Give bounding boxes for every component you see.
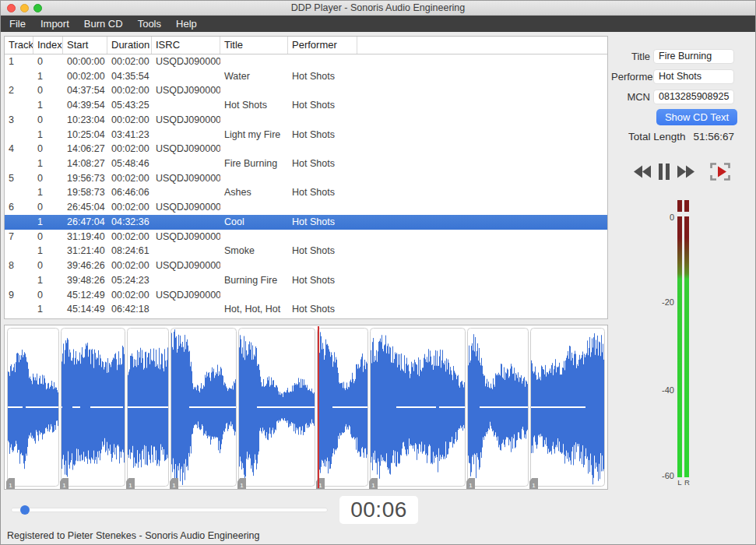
cell-start: 04:37:54 bbox=[63, 83, 107, 98]
table-row[interactable]: 131:21:4008:24:61SmokeHot Shots bbox=[5, 244, 607, 258]
column-header-start[interactable]: Start bbox=[63, 37, 107, 54]
fast-forward-button[interactable] bbox=[677, 165, 694, 178]
cell-track: 7 bbox=[5, 230, 33, 244]
column-header-track[interactable]: Track bbox=[5, 37, 33, 54]
menu-item-burn-cd[interactable]: Burn CD bbox=[84, 16, 123, 32]
cell-performer bbox=[288, 288, 357, 303]
menu-item-help[interactable]: Help bbox=[176, 16, 197, 32]
cell-isrc: USQDJ0900003 bbox=[152, 113, 220, 128]
column-header-performer[interactable]: Performer bbox=[288, 37, 357, 54]
table-row[interactable]: 100:02:0004:35:54WaterHot Shots bbox=[5, 69, 607, 84]
cell-title bbox=[220, 142, 288, 156]
menu-bar: FileImportBurn CDToolsHelp bbox=[1, 16, 755, 32]
table-row[interactable]: 9045:12:4900:02:00USQDJ0900009 bbox=[5, 288, 607, 303]
cell-isrc bbox=[152, 185, 220, 200]
cell-isrc bbox=[152, 244, 220, 258]
title-input[interactable] bbox=[653, 49, 734, 64]
table-row[interactable]: 119:58:7306:46:06AshesHot Shots bbox=[5, 185, 607, 200]
table-row[interactable]: 110:25:0403:41:23Light my FireHot Shots bbox=[5, 128, 607, 142]
slider-thumb[interactable] bbox=[20, 505, 30, 515]
cell-filler bbox=[357, 200, 607, 215]
cell-filler bbox=[357, 83, 607, 98]
menu-item-import[interactable]: Import bbox=[40, 16, 69, 32]
show-cd-text-button[interactable]: Show CD Text bbox=[656, 109, 737, 125]
mcn-input[interactable] bbox=[653, 90, 734, 104]
cell-title bbox=[220, 258, 288, 273]
table-row[interactable]: 114:08:2705:48:46Fire BurningHot Shots bbox=[5, 156, 607, 171]
cell-index: 0 bbox=[33, 83, 63, 98]
cell-title bbox=[220, 230, 288, 244]
cell-start: 31:19:40 bbox=[63, 230, 107, 244]
cell-start: 19:58:73 bbox=[63, 185, 107, 200]
time-display: 00:06 bbox=[339, 496, 418, 524]
performer-input[interactable] bbox=[653, 69, 734, 84]
cell-isrc: USQDJ0900005 bbox=[152, 171, 220, 186]
cell-duration: 00:02:00 bbox=[107, 230, 152, 244]
column-header-title[interactable]: Title bbox=[220, 37, 288, 54]
table-row[interactable]: 5019:56:7300:02:00USQDJ0900005 bbox=[5, 171, 607, 186]
table-row[interactable]: 2004:37:5400:02:00USQDJ0900002 bbox=[5, 83, 607, 98]
menu-item-tools[interactable]: Tools bbox=[138, 16, 161, 32]
play-selection-button[interactable] bbox=[710, 163, 730, 181]
cell-duration: 05:43:25 bbox=[107, 98, 152, 113]
cell-index: 1 bbox=[33, 244, 63, 258]
table-row[interactable]: 3010:23:0400:02:00USQDJ0900003 bbox=[5, 113, 607, 128]
cell-track bbox=[5, 185, 33, 200]
cell-performer bbox=[288, 83, 357, 98]
cell-index: 0 bbox=[33, 142, 63, 156]
table-row[interactable]: 6026:45:0400:02:00USQDJ0900006 bbox=[5, 200, 607, 215]
cell-start: 26:47:04 bbox=[63, 215, 107, 230]
rewind-button[interactable] bbox=[634, 165, 651, 178]
table-row[interactable]: 7031:19:4000:02:00USQDJ0900007 bbox=[5, 230, 607, 244]
table-row[interactable]: 4014:06:2700:02:00USQDJ0900004 bbox=[5, 142, 607, 156]
cell-isrc bbox=[152, 128, 220, 142]
cell-duration: 06:46:06 bbox=[107, 185, 152, 200]
cell-title bbox=[220, 200, 288, 215]
index-marker: 1 bbox=[529, 478, 538, 489]
table-row[interactable]: 145:14:4906:42:18Hot, Hot, HotHot Shots bbox=[5, 302, 607, 317]
cell-title bbox=[220, 83, 288, 98]
cell-isrc: USQDJ0900009 bbox=[152, 288, 220, 303]
table-header: TrackIndexStartDurationISRCTitlePerforme… bbox=[5, 37, 607, 54]
cell-start: 14:08:27 bbox=[63, 156, 107, 171]
meter-channel-label: L bbox=[677, 478, 682, 487]
table-row[interactable]: 8039:46:2600:02:00USQDJ0900008 bbox=[5, 258, 607, 273]
cell-index: 0 bbox=[33, 258, 63, 273]
cell-isrc: USQDJ0900006 bbox=[152, 200, 220, 215]
cell-start: 19:56:73 bbox=[63, 171, 107, 186]
cell-performer: Hot Shots bbox=[288, 128, 357, 142]
table-row[interactable]: 126:47:0404:32:36CoolHot Shots bbox=[5, 215, 607, 230]
status-bar: Registered to Pieter Stenekes - Sonoris … bbox=[1, 526, 755, 545]
index-marker: 1 bbox=[466, 478, 475, 489]
waveform-overview[interactable]: 111111111 bbox=[4, 325, 608, 490]
table-row[interactable]: 104:39:5405:43:25Hot ShotsHot Shots bbox=[5, 98, 607, 113]
waveform-canvas[interactable] bbox=[6, 327, 606, 487]
cell-isrc bbox=[152, 98, 220, 113]
cell-performer: Hot Shots bbox=[288, 215, 357, 230]
table-row[interactable]: 1000:00:0000:02:00USQDJ0900001 bbox=[5, 54, 607, 69]
cell-start: 10:23:04 bbox=[63, 113, 107, 128]
cell-performer: Hot Shots bbox=[288, 156, 357, 171]
cell-track bbox=[5, 273, 33, 288]
cell-filler bbox=[357, 113, 607, 128]
column-header-index[interactable]: Index bbox=[33, 37, 63, 54]
cell-filler bbox=[357, 98, 607, 113]
cell-isrc: USQDJ0900007 bbox=[152, 230, 220, 244]
cell-performer bbox=[288, 113, 357, 128]
cell-duration: 00:02:00 bbox=[107, 288, 152, 303]
cell-filler bbox=[357, 258, 607, 273]
pause-button[interactable] bbox=[659, 164, 670, 180]
cell-filler bbox=[357, 273, 607, 288]
total-length-label: Total Length bbox=[628, 131, 686, 142]
cell-start: 00:02:00 bbox=[63, 69, 107, 84]
cell-performer: Hot Shots bbox=[288, 302, 357, 317]
cell-title bbox=[220, 113, 288, 128]
menu-item-file[interactable]: File bbox=[9, 16, 26, 32]
cell-performer: Hot Shots bbox=[288, 244, 357, 258]
table-row[interactable]: 139:48:2605:24:23Burning FireHot Shots bbox=[5, 273, 607, 288]
cell-performer: Hot Shots bbox=[288, 98, 357, 113]
column-header-duration[interactable]: Duration bbox=[107, 37, 152, 54]
column-header-isrc[interactable]: ISRC bbox=[152, 37, 220, 54]
cell-performer bbox=[288, 142, 357, 156]
position-slider[interactable] bbox=[11, 508, 328, 512]
